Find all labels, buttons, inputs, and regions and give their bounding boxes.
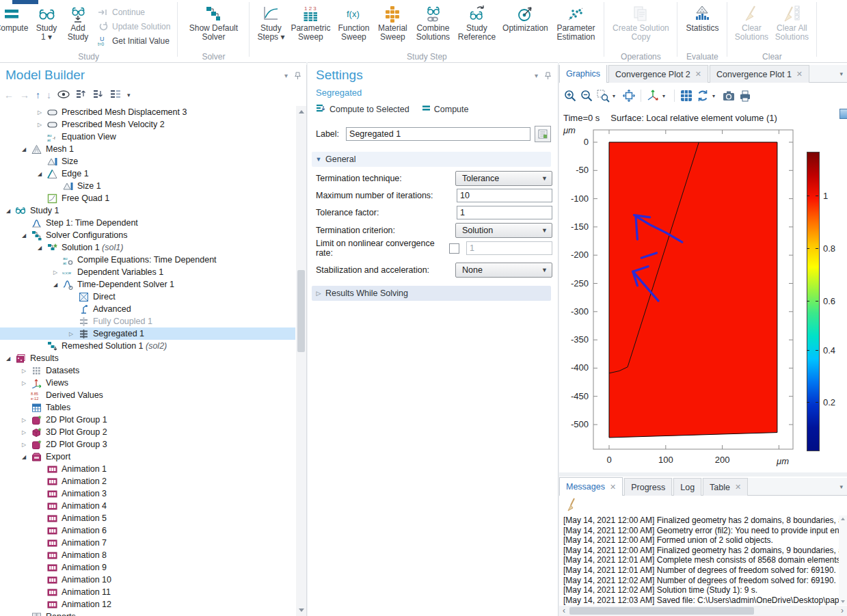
expanded-arrow-icon[interactable]: ◢ — [52, 282, 59, 288]
show-default-solver-button[interactable]: Show Default Solver — [183, 3, 243, 42]
collapsed-arrow-icon[interactable]: ▷ — [21, 417, 27, 423]
tree-item-mesh-1[interactable]: ◢Mesh 1 — [0, 143, 295, 155]
statistics-button[interactable]: Statistics — [683, 3, 721, 33]
tree-item-prescribed-mesh-velocity-2[interactable]: ▷Prescribed Mesh Velocity 2 — [0, 118, 295, 131]
collapsed-arrow-icon[interactable]: ▷ — [36, 122, 43, 128]
messages-vscrollbar[interactable] — [839, 515, 847, 605]
scroll-up-icon[interactable] — [299, 110, 304, 113]
expanded-arrow-icon[interactable]: ◢ — [36, 171, 43, 177]
get-initial-value-button[interactable]: Ut=0Get Initial Value — [97, 34, 170, 48]
material-sweep-button[interactable]: Material Sweep — [375, 3, 409, 42]
tree-item-3d-plot-group-2[interactable]: ▷3D Plot Group 2 — [0, 426, 295, 438]
tree-item-compile-equations-time-dependent[interactable]: auatCompile Equations: Time Dependent — [0, 254, 295, 266]
tree-item-animation-3[interactable]: Animation 3 — [0, 487, 295, 500]
tree-item-advanced[interactable]: Advanced — [0, 303, 295, 315]
tree-item-animation-7[interactable]: Animation 7 — [0, 537, 295, 549]
tree-item-reports[interactable]: Reports — [0, 611, 295, 616]
chevron-down-icon[interactable]: ▾ — [712, 93, 719, 99]
close-icon[interactable]: ✕ — [735, 483, 741, 492]
termination-technique-dropdown[interactable]: Tolerance▼ — [455, 171, 552, 186]
tree-item-2d-plot-group-3[interactable]: ▷2D Plot Group 3 — [0, 438, 295, 451]
add-study-button[interactable]: Add Study — [63, 3, 93, 42]
parametric-sweep-button[interactable]: 1 2 3Parametric Sweep — [289, 3, 332, 42]
expanded-arrow-icon[interactable]: ◢ — [21, 232, 27, 239]
expanded-arrow-icon[interactable]: ◢ — [21, 454, 27, 460]
tree-item-direct[interactable]: Direct — [0, 291, 295, 303]
tree-item-size-1[interactable]: Size 1 — [0, 180, 295, 192]
messages-tab-table[interactable]: Table✕ — [703, 478, 748, 496]
camera-icon[interactable] — [722, 89, 736, 103]
model-tree-node-text-icon[interactable] — [110, 89, 121, 101]
collapsed-arrow-icon[interactable]: ▷ — [52, 269, 59, 276]
tree-item-animation-5[interactable]: Animation 5 — [0, 512, 295, 524]
pin-icon[interactable] — [295, 72, 301, 81]
scroll-down-icon[interactable] — [299, 608, 304, 612]
scroll-thumb[interactable] — [297, 270, 305, 352]
chevron-down-icon[interactable]: ▾ — [284, 72, 288, 81]
tree-item-export[interactable]: ◢Export — [0, 451, 295, 463]
graphics-tab-graphics[interactable]: Graphics — [559, 65, 607, 83]
collapsed-arrow-icon[interactable]: ▷ — [36, 109, 43, 116]
tree-item-prescribed-mesh-displacement-3[interactable]: ▷Prescribed Mesh Displacement 3 — [0, 106, 295, 118]
tree-item-solver-configurations[interactable]: ◢Solver Configurations — [0, 229, 295, 241]
close-icon[interactable]: ✕ — [610, 483, 616, 492]
study-reference-button[interactable]: Study Reference — [456, 3, 497, 42]
tree-item-fully-coupled-1[interactable]: Fully Coupled 1 — [0, 315, 295, 327]
compute-to-selected-button[interactable]: Compute to Selected — [316, 103, 409, 115]
back-icon[interactable]: ← — [4, 90, 14, 100]
tree-item-animation-10[interactable]: Animation 10 — [0, 574, 295, 586]
graphics-tab-convergence-plot-1[interactable]: Convergence Plot 1✕ — [710, 65, 809, 83]
scroll-right-icon[interactable]: › — [837, 606, 847, 616]
zoom-out-icon[interactable] — [580, 89, 593, 103]
clear-messages-icon[interactable] — [566, 498, 577, 515]
compute-button[interactable]: Compute — [422, 104, 469, 114]
tree-item-edge-1[interactable]: ◢Edge 1 — [0, 168, 295, 180]
optimization-button[interactable]: Optimization — [500, 3, 550, 33]
tree-item-time-dependent-solver-1[interactable]: ◢Time-Dependent Solver 1 — [0, 278, 295, 291]
move-down-icon[interactable]: ↓ — [46, 90, 51, 100]
zoom-box-icon[interactable] — [596, 89, 610, 103]
chevron-down-icon[interactable]: ▾ — [127, 92, 131, 98]
messages-hscrollbar[interactable]: ‹ › — [559, 606, 847, 616]
function-sweep-button[interactable]: f(x)Function Sweep — [334, 3, 373, 42]
surface-plot[interactable]: 0100200μm0-50-100-150-200-250-300-350-40… — [559, 128, 847, 470]
scroll-down-icon[interactable] — [841, 600, 845, 603]
section-general-header[interactable]: ▼General — [312, 152, 551, 167]
expanded-arrow-icon[interactable]: ◢ — [5, 208, 12, 214]
scroll-up-icon[interactable] — [841, 518, 845, 520]
close-icon[interactable]: ✕ — [796, 70, 803, 79]
expanded-arrow-icon[interactable]: ◢ — [21, 146, 27, 152]
expanded-arrow-icon[interactable]: ◢ — [36, 245, 43, 251]
expand-all-icon[interactable] — [93, 89, 104, 101]
zoom-extents-icon[interactable] — [622, 89, 636, 103]
collapsed-arrow-icon[interactable]: ▷ — [68, 331, 75, 337]
label-input[interactable] — [346, 127, 530, 141]
message-log[interactable]: [May 14, 2021 12:00 AM] Finalized geomet… — [561, 515, 839, 605]
tree-item-2d-plot-group-1[interactable]: ▷2D Plot Group 1 — [0, 414, 295, 426]
tree-item-views[interactable]: ▷Views — [0, 377, 295, 389]
tree-item-remeshed-solution-1[interactable]: Remeshed Solution 1 (sol2) — [0, 340, 295, 352]
close-icon[interactable]: ✕ — [695, 70, 701, 79]
stabilization-and-acceleration-dropdown[interactable]: None▼ — [455, 263, 552, 278]
tree-item-animation-6[interactable]: Animation 6 — [0, 524, 295, 537]
expanded-arrow-icon[interactable]: ◢ — [5, 356, 12, 362]
tree-item-step-1-time-dependent[interactable]: Step 1: Time Dependent — [0, 217, 295, 229]
tree-item-animation-8[interactable]: Animation 8 — [0, 549, 295, 561]
tree-item-results[interactable]: ◢Results — [0, 352, 295, 364]
parameter-estimation-button[interactable]: Parameter Estimation — [553, 3, 598, 42]
label-edit-button[interactable] — [535, 126, 551, 142]
collapsed-arrow-icon[interactable]: ▷ — [21, 368, 27, 374]
tree-item-animation-12[interactable]: Animation 12 — [0, 598, 295, 611]
tree-item-animation-1[interactable]: Animation 1 — [0, 463, 295, 475]
tree-item-equation-view[interactable]: auat-fEquation View — [0, 131, 295, 143]
section-results-while-solving-header[interactable]: ▷Results While Solving — [312, 286, 551, 301]
tolerance-factor-input[interactable] — [457, 206, 552, 219]
chevron-down-icon[interactable]: ▾ — [535, 72, 538, 81]
tree-item-size[interactable]: Size — [0, 155, 295, 168]
combine-solutions-button[interactable]: Combine Solutions — [412, 3, 453, 42]
tree-item-derived-values[interactable]: 8.85e-12Derived Values — [0, 389, 295, 401]
collapsed-arrow-icon[interactable]: ▷ — [21, 442, 27, 448]
chevron-down-icon[interactable]: ▾ — [662, 93, 669, 99]
tree-item-solution-1[interactable]: ◢Solution 1 (sol1) — [0, 241, 295, 254]
tree-item-animation-9[interactable]: Animation 9 — [0, 561, 295, 574]
